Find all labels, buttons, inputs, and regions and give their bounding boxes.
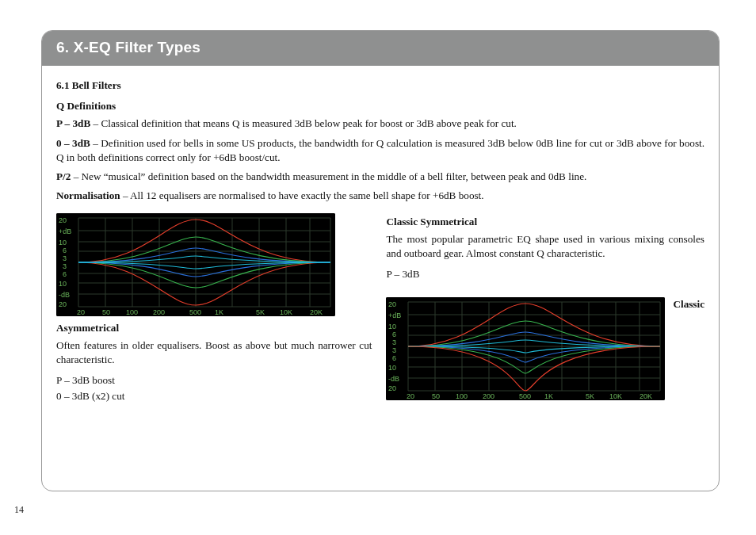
svg-text:200: 200 — [483, 392, 494, 400]
chart-classic-asymmetrical: 20 +dB 10 6 3 3 6 10 -dB 20 20 50 — [386, 297, 665, 400]
svg-text:6: 6 — [392, 331, 396, 338]
definition-normalisation: Normalisation – All 12 equalisers are no… — [56, 189, 704, 203]
left-col: 20 +dB 10 6 3 3 6 10 -dB 20 20 50 100 20… — [56, 212, 372, 406]
svg-text:20: 20 — [59, 300, 67, 308]
svg-text:6: 6 — [392, 354, 396, 362]
asymmetrical-title: Asymmetrical — [56, 321, 372, 335]
svg-text:10: 10 — [388, 364, 396, 372]
svg-text:20K: 20K — [640, 392, 652, 400]
term: Normalisation — [56, 189, 120, 201]
definition-text: – Classical definition that means Q is m… — [90, 117, 517, 129]
q-definitions-title: Q Definitions — [56, 99, 704, 113]
svg-text:20: 20 — [407, 392, 414, 400]
definition-text: – New “musical” definition based on the … — [71, 170, 586, 182]
svg-text:500: 500 — [519, 392, 531, 400]
svg-text:100: 100 — [126, 308, 138, 316]
svg-text:1K: 1K — [544, 392, 553, 400]
figures-row: 20 +dB 10 6 3 3 6 10 -dB 20 20 50 100 20… — [56, 212, 704, 406]
svg-text:10K: 10K — [280, 308, 292, 316]
svg-text:1K: 1K — [215, 308, 223, 316]
chart-classic-symmetrical: 20 +dB 10 6 3 3 6 10 -dB 20 20 50 100 20… — [56, 213, 335, 316]
definition-p2: P/2 – New “musical” definition based on … — [56, 170, 704, 184]
svg-text:50: 50 — [432, 392, 440, 400]
definition-p3db: P – 3dB – Classical definition that mean… — [56, 117, 704, 131]
svg-text:10: 10 — [59, 239, 67, 246]
svg-text:50: 50 — [102, 308, 110, 316]
svg-text:20K: 20K — [310, 308, 323, 316]
classic-symmetrical-title: Classic Symmetrical — [386, 215, 704, 229]
section-body: 6.1 Bell Filters Q Definitions P – 3dB –… — [42, 66, 719, 417]
svg-text:-dB: -dB — [388, 375, 399, 383]
term: P – 3dB — [56, 117, 90, 129]
svg-text:3: 3 — [63, 262, 67, 270]
classic-symmetrical-note: P – 3dB — [386, 267, 704, 281]
svg-text:+dB: +dB — [59, 227, 71, 235]
definition-0-3db: 0 – 3dB – Definition used for bells in s… — [56, 136, 704, 165]
term: P/2 — [56, 170, 71, 182]
svg-text:10K: 10K — [609, 392, 622, 400]
svg-text:20: 20 — [59, 216, 67, 224]
svg-text:+dB: +dB — [388, 311, 401, 319]
svg-text:500: 500 — [189, 308, 201, 316]
section-header: 6. X-EQ Filter Types — [42, 31, 719, 66]
definition-text: – Definition used for bells in some US p… — [56, 137, 704, 163]
svg-text:6: 6 — [63, 270, 67, 278]
svg-text:20: 20 — [388, 384, 396, 392]
page: 6. X-EQ Filter Types 6.1 Bell Filters Q … — [0, 0, 756, 535]
svg-text:20: 20 — [388, 300, 396, 308]
svg-text:5K: 5K — [586, 392, 594, 400]
asymmetrical-note-1: P – 3dB boost — [56, 373, 372, 388]
asymmetrical-note-2: 0 – 3dB (x2) cut — [56, 389, 372, 403]
classic-symmetrical-desc: The most popular parametric EQ shape use… — [386, 232, 704, 261]
svg-text:3: 3 — [63, 254, 67, 262]
asym-figure-row: 20 +dB 10 6 3 3 6 10 -dB 20 20 50 — [386, 296, 704, 405]
classic-tag: Classic — [673, 297, 704, 311]
svg-text:3: 3 — [392, 338, 396, 346]
term: 0 – 3dB — [56, 137, 90, 149]
right-col: Classic Symmetrical The most popular par… — [386, 212, 704, 406]
svg-text:200: 200 — [153, 308, 165, 316]
svg-text:3: 3 — [392, 346, 396, 354]
svg-text:20: 20 — [77, 308, 85, 316]
content-card: 6. X-EQ Filter Types 6.1 Bell Filters Q … — [41, 30, 720, 491]
svg-text:10: 10 — [388, 323, 396, 331]
definition-text: – All 12 equalisers are normalised to ha… — [120, 189, 484, 201]
svg-text:6: 6 — [63, 246, 67, 254]
svg-text:-dB: -dB — [59, 291, 70, 299]
asymmetrical-desc: Often features in older equalisers. Boos… — [56, 338, 372, 367]
page-number: 14 — [14, 504, 24, 516]
svg-text:100: 100 — [456, 392, 468, 400]
svg-text:5K: 5K — [256, 308, 265, 316]
svg-text:10: 10 — [59, 280, 67, 288]
subsection-title: 6.1 Bell Filters — [56, 78, 704, 93]
